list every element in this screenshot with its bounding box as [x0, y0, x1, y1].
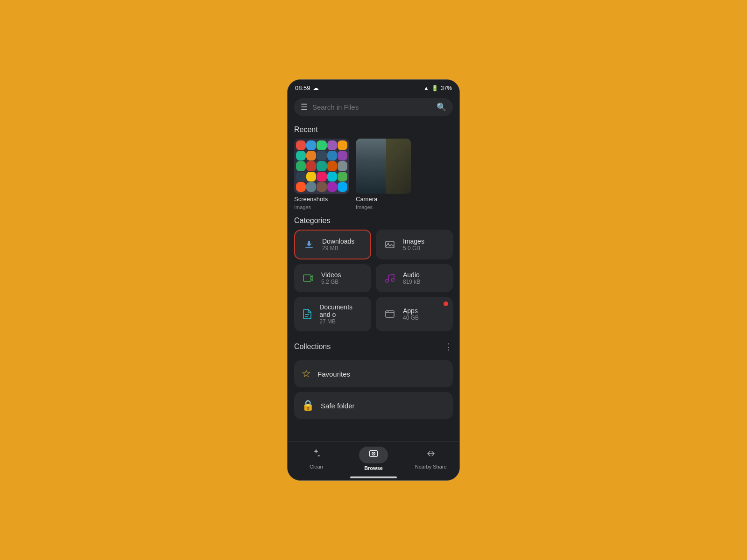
screenshots-thumb	[294, 139, 349, 194]
app-icon	[296, 140, 306, 150]
apps-notification-dot	[444, 301, 448, 306]
category-audio[interactable]: Audio 819 kB	[376, 264, 453, 292]
app-icon	[327, 182, 337, 192]
app-icon	[296, 172, 306, 182]
favourites-icon: ☆	[302, 368, 311, 380]
app-icon	[317, 140, 326, 150]
safe-folder-icon: 🔒	[302, 399, 314, 412]
app-icon	[338, 140, 347, 150]
downloads-size: 29 MB	[322, 245, 354, 252]
app-icon	[327, 151, 337, 161]
svg-point-10	[387, 311, 388, 312]
recent-row: Screenshots Images Camera Images	[294, 139, 453, 210]
category-images[interactable]: Images 5.0 GB	[376, 230, 453, 259]
apps-text: Apps 40 GB	[403, 307, 419, 321]
screenshots-grid	[294, 139, 349, 194]
app-icon	[338, 161, 347, 171]
clean-icon	[310, 448, 322, 462]
app-icon	[306, 182, 316, 192]
nav-clean[interactable]: Clean	[288, 448, 345, 469]
search-bar[interactable]: ☰ 🔍	[294, 98, 453, 116]
categories-title: Categories	[294, 217, 453, 225]
app-icon	[317, 151, 326, 161]
audio-icon	[382, 271, 397, 286]
documents-size: 27 MB	[319, 318, 365, 325]
categories-grid: Downloads 29 MB Images 5.0 GB	[294, 230, 453, 331]
browse-icon	[359, 447, 388, 463]
recent-item-screenshots[interactable]: Screenshots Images	[294, 139, 349, 210]
app-icon	[306, 151, 316, 161]
bottom-nav: Clean Browse Nearby Share	[288, 441, 459, 474]
camera-image	[356, 139, 411, 194]
screenshots-label: Screenshots	[294, 196, 349, 203]
category-apps[interactable]: Apps 40 GB	[376, 297, 453, 331]
nearby-share-label: Nearby Share	[415, 464, 447, 469]
search-input[interactable]	[312, 103, 432, 111]
menu-icon[interactable]: ☰	[301, 102, 308, 112]
documents-name: Documents and o	[319, 303, 365, 318]
app-icon	[296, 151, 306, 161]
apps-icon	[382, 307, 397, 322]
svg-rect-3	[303, 275, 311, 281]
app-icon	[327, 140, 337, 150]
status-icons: ▲ 🔋 37%	[423, 85, 452, 91]
nearby-share-icon	[425, 448, 437, 462]
svg-rect-0	[305, 247, 313, 248]
app-icon	[338, 151, 347, 161]
app-icon	[327, 161, 337, 171]
status-bar: 08:59 ☁ ▲ 🔋 37%	[288, 80, 459, 94]
safe-folder-name: Safe folder	[321, 402, 355, 410]
documents-text: Documents and o 27 MB	[319, 303, 365, 325]
screenshots-sub: Images	[294, 204, 349, 210]
app-icon	[296, 161, 306, 171]
search-icon[interactable]: 🔍	[437, 102, 446, 112]
category-downloads[interactable]: Downloads 29 MB	[294, 230, 371, 259]
videos-size: 5.2 GB	[321, 279, 341, 285]
main-content: Recent	[288, 121, 459, 441]
app-icon	[306, 172, 316, 182]
nav-browse[interactable]: Browse	[345, 447, 402, 471]
apps-name: Apps	[403, 307, 419, 315]
svg-point-4	[386, 280, 388, 282]
app-icon	[338, 172, 347, 182]
videos-name: Videos	[321, 271, 341, 279]
collections-header: Collections ⋮	[294, 338, 453, 356]
nav-nearby-share[interactable]: Nearby Share	[402, 448, 459, 469]
battery-percent: 37%	[441, 85, 452, 91]
svg-point-5	[391, 279, 394, 281]
app-icon	[317, 161, 326, 171]
battery-icon: 🔋	[431, 85, 438, 91]
documents-icon	[301, 307, 314, 322]
category-documents[interactable]: Documents and o 27 MB	[294, 297, 371, 331]
svg-rect-1	[386, 241, 394, 248]
audio-name: Audio	[403, 271, 420, 279]
downloads-text: Downloads 29 MB	[322, 238, 354, 252]
images-name: Images	[403, 238, 424, 245]
camera-sub: Images	[356, 204, 411, 210]
phone-frame: 08:59 ☁ ▲ 🔋 37% ☰ 🔍 Recent	[287, 79, 460, 481]
recent-item-camera[interactable]: Camera Images	[356, 139, 411, 210]
home-indicator	[350, 476, 397, 478]
app-icon	[306, 140, 316, 150]
camera-label: Camera	[356, 196, 411, 203]
wifi-icon: ▲	[423, 85, 429, 91]
category-videos[interactable]: Videos 5.2 GB	[294, 264, 371, 292]
cloud-icon: ☁	[313, 84, 319, 91]
svg-point-14	[373, 453, 374, 454]
images-icon	[382, 237, 397, 252]
status-time: 08:59 ☁	[295, 84, 319, 91]
downloads-name: Downloads	[322, 238, 354, 245]
time-text: 08:59	[295, 84, 310, 91]
audio-size: 819 kB	[403, 279, 420, 285]
collection-safe-folder[interactable]: 🔒 Safe folder	[294, 392, 453, 419]
svg-point-11	[388, 311, 389, 312]
collections-more-icon[interactable]: ⋮	[444, 342, 453, 352]
collection-favourites[interactable]: ☆ Favourites	[294, 360, 453, 387]
downloads-icon	[302, 237, 317, 252]
images-size: 5.0 GB	[403, 245, 424, 252]
favourites-name: Favourites	[317, 370, 350, 378]
videos-icon	[301, 271, 316, 286]
app-icon	[306, 161, 316, 171]
app-icon	[327, 172, 337, 182]
app-icon	[296, 182, 306, 192]
